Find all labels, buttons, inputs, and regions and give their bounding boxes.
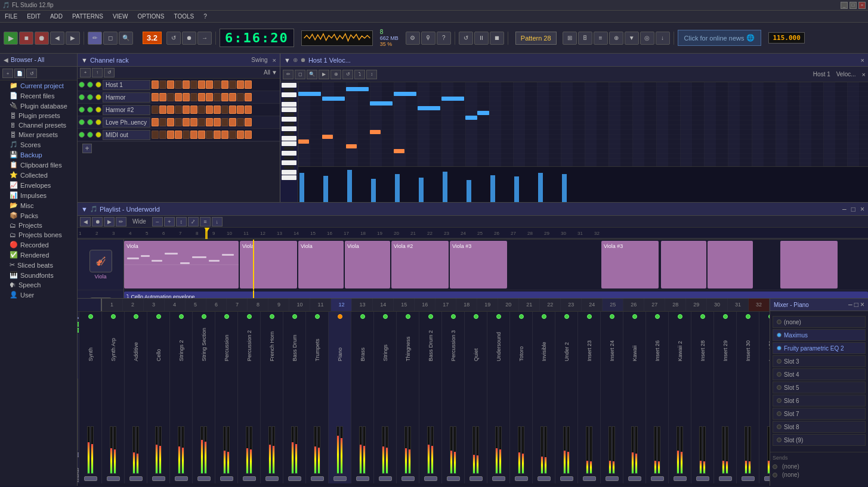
pl-tool-6[interactable]: +: [164, 217, 175, 227]
punch-in[interactable]: →: [197, 32, 212, 45]
fx-slot-7[interactable]: Slot 7: [773, 408, 866, 420]
chn-master[interactable]: [78, 299, 102, 311]
chn-10[interactable]: 10: [289, 299, 310, 311]
ch-name-2[interactable]: Harmor: [103, 92, 150, 103]
ch-led-1[interactable]: [79, 82, 85, 88]
pb[interactable]: [183, 93, 190, 101]
pb[interactable]: [190, 80, 197, 89]
ch-send-dot[interactable]: [610, 314, 614, 319]
cr-dropdown[interactable]: ▼: [271, 69, 277, 76]
mixer-strip-22[interactable]: Under 2: [555, 312, 578, 483]
pr-tool-select[interactable]: ◻: [295, 70, 305, 79]
white-key[interactable]: [282, 151, 296, 156]
pl-max[interactable]: □: [851, 205, 855, 213]
chn-6[interactable]: 6: [206, 299, 227, 311]
pb[interactable]: [206, 80, 213, 89]
chn-24[interactable]: 24: [582, 299, 603, 311]
fx-slot-4[interactable]: Slot 4: [773, 368, 866, 380]
window-controls[interactable]: _ □ ×: [841, 2, 866, 9]
ch-fader[interactable]: [492, 476, 505, 481]
pb[interactable]: [214, 118, 221, 126]
sidebar-item-envelopes[interactable]: 📈 Envelopes: [0, 180, 77, 190]
mixer-strip-21[interactable]: Invisible: [533, 312, 555, 483]
black-key[interactable]: [284, 98, 294, 101]
chn-32[interactable]: 32: [749, 299, 770, 311]
cr-tool-3[interactable]: ↺: [104, 68, 115, 77]
ch-send-dot[interactable]: [428, 314, 433, 319]
white-key[interactable]: [282, 107, 296, 112]
ch-send-dot[interactable]: [383, 314, 388, 319]
pl-tool-7[interactable]: ↕: [176, 217, 187, 227]
chn-2[interactable]: 2: [123, 299, 144, 311]
sidebar-item-projects-bones[interactable]: 🗂 Projects bones: [0, 230, 77, 240]
black-key[interactable]: [284, 147, 294, 150]
ch-send-dot[interactable]: [292, 314, 297, 319]
pb[interactable]: [237, 106, 244, 114]
pr-tool-zoom[interactable]: 🔍: [307, 70, 317, 79]
menu-file[interactable]: FILE: [2, 12, 20, 21]
pb[interactable]: [175, 118, 182, 126]
ch-send-dot[interactable]: [202, 314, 206, 319]
sidebar-item-speech[interactable]: 🗣 Speech: [0, 280, 77, 290]
select-tool[interactable]: ◻: [103, 32, 118, 45]
pb[interactable]: [159, 80, 166, 89]
white-key[interactable]: [282, 136, 296, 141]
pb[interactable]: [190, 93, 197, 101]
cr-tool-2[interactable]: ↑: [92, 68, 103, 77]
mixer-strip-20[interactable]: Totoro: [510, 312, 533, 483]
mix-btn2[interactable]: 🎚: [578, 32, 592, 45]
undo-button[interactable]: ↺: [459, 32, 473, 45]
mixer-strip-11[interactable]: Trumpets: [306, 312, 329, 483]
sidebar-tool-3[interactable]: ↺: [26, 69, 37, 78]
mixer-strip-31[interactable]: Insert 31: [759, 312, 770, 483]
pb[interactable]: [198, 118, 205, 126]
pl-tool-8[interactable]: ⤦: [188, 217, 199, 227]
ch-fader[interactable]: [288, 476, 301, 481]
ch-fader[interactable]: [265, 476, 279, 481]
mix-btn3[interactable]: ≡: [594, 32, 608, 45]
mixer-strip-2[interactable]: Synth Arp: [102, 312, 125, 483]
ch-led-2[interactable]: [87, 107, 93, 113]
pb[interactable]: [229, 80, 236, 89]
sidebar-item-projects[interactable]: 🗂 Projects: [0, 221, 77, 230]
mixer-strip-5[interactable]: Strings 2: [170, 312, 193, 483]
white-key[interactable]: [282, 175, 296, 180]
ch-fader[interactable]: [401, 476, 415, 481]
menu-edit[interactable]: EDIT: [24, 12, 43, 21]
ch-fader[interactable]: [333, 476, 347, 481]
mixer-fx-min[interactable]: –: [848, 300, 852, 309]
pr-close2[interactable]: ×: [862, 71, 866, 78]
pb[interactable]: [214, 93, 221, 101]
ch-fader[interactable]: [606, 476, 619, 481]
chn-13[interactable]: 13: [352, 299, 373, 311]
chn-27[interactable]: 27: [644, 299, 665, 311]
ch-send-dot[interactable]: [247, 314, 252, 319]
ch-fader[interactable]: [84, 476, 97, 481]
ch-fader[interactable]: [107, 476, 120, 481]
pb[interactable]: [190, 118, 197, 126]
ch-send-dot[interactable]: [156, 314, 161, 319]
pl-tool-4[interactable]: ✏: [116, 217, 126, 227]
pb[interactable]: [167, 93, 174, 101]
ch-fader[interactable]: [719, 476, 732, 481]
chn-29[interactable]: 29: [686, 299, 707, 311]
ch-fader[interactable]: [220, 476, 233, 481]
menu-help[interactable]: ?: [201, 12, 209, 21]
ch-send-dot[interactable]: [746, 314, 750, 319]
black-key[interactable]: [284, 156, 294, 160]
pb[interactable]: [221, 93, 228, 101]
ch-fader[interactable]: [651, 476, 664, 481]
ch-fader[interactable]: [674, 476, 687, 481]
ch-send-dot[interactable]: [451, 314, 456, 319]
sidebar-item-packs[interactable]: 📦 Packs: [0, 210, 77, 221]
ch-send-dot[interactable]: [700, 314, 705, 319]
mix-btn5[interactable]: ▼: [625, 32, 639, 45]
pr-close[interactable]: ×: [861, 57, 864, 64]
sidebar-tool-2[interactable]: 📄: [14, 69, 25, 78]
pr-rec[interactable]: ⏺: [300, 57, 306, 63]
ch-send-dot[interactable]: [723, 314, 728, 319]
sidebar-item-soundfonts[interactable]: 🎹 Soundfonts: [0, 270, 77, 280]
pb[interactable]: [175, 93, 182, 101]
ch-send-dot[interactable]: [678, 314, 682, 319]
chn-21[interactable]: 21: [519, 299, 540, 311]
